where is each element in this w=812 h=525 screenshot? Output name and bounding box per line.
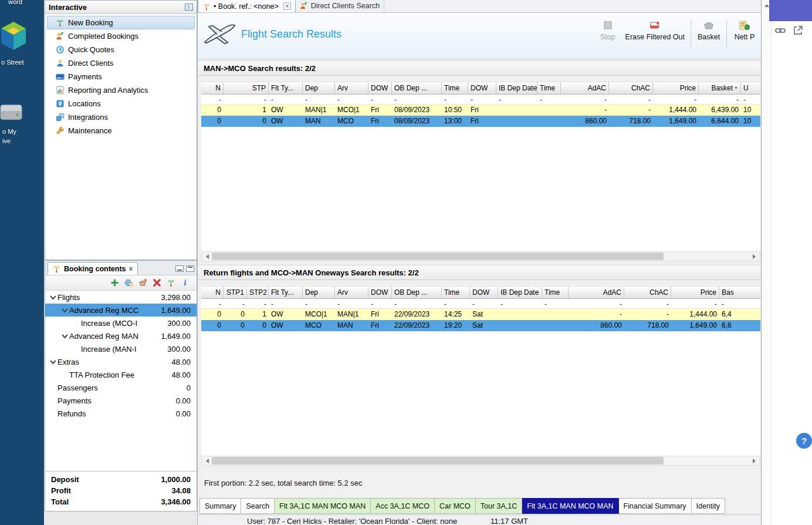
column-header-stp2[interactable]: STP2 [247, 287, 269, 298]
booking-item-tta-protection-fee[interactable]: TTA Protection Fee48.00 [45, 368, 197, 381]
filter-cell[interactable]: - [609, 95, 653, 104]
close-icon[interactable]: × [283, 2, 291, 10]
filter-cell[interactable]: - [442, 299, 470, 308]
nett-p-button[interactable]: Nett P [733, 20, 756, 41]
filter-cell[interactable]: - [201, 95, 224, 104]
booking-item-flights[interactable]: Flights3,298.00 [45, 291, 197, 304]
booking-item-advanced-reg-man[interactable]: Advanced Reg MAN1,649.00 [45, 329, 197, 342]
booking-item-payments[interactable]: Payments0.00 [45, 394, 197, 407]
result-row[interactable]: 000OWMCOMANFri22/09/202319:20Sat860.0071… [201, 320, 760, 331]
column-header-u[interactable]: U [741, 82, 760, 94]
filter-cell[interactable]: - [741, 95, 760, 104]
filter-cell[interactable]: - [392, 299, 442, 308]
result-row[interactable]: 00OWMANMCOFri08/09/202313:00Fri860.00718… [201, 116, 760, 127]
filter-cell[interactable]: - [269, 299, 303, 308]
filter-cell[interactable]: - [468, 95, 496, 104]
sidebar-item-maintenance[interactable]: Maintenance [47, 124, 195, 137]
bottom-tab-acc-3a-1c-mco[interactable]: Acc 3A,1C MCO [371, 498, 435, 514]
column-header-adac[interactable]: AdAC [561, 82, 609, 94]
scroll-right-icon[interactable] [750, 456, 760, 465]
column-header-chac[interactable]: ChAC [624, 287, 671, 298]
close-icon[interactable] [129, 265, 133, 272]
column-header-time[interactable]: Time [537, 82, 561, 94]
column-header-price[interactable]: Price [653, 82, 699, 94]
column-header-dow[interactable]: DOW [468, 82, 496, 94]
column-header-time[interactable]: Time [442, 82, 468, 94]
column-header-time[interactable]: Time [542, 287, 569, 298]
filter-cell[interactable]: - [368, 299, 392, 308]
booking-item-increase-man-i[interactable]: Increase (MAN-I300.00 [45, 342, 197, 355]
booking-item-refunds[interactable]: Refunds0.00 [45, 407, 197, 420]
pin-panel-icon[interactable] [185, 4, 193, 11]
filter-cell[interactable]: - [247, 299, 269, 308]
add-button[interactable] [110, 278, 119, 287]
bottom-tab-car-mco[interactable]: Car MCO [435, 498, 476, 514]
booking-contents-tab[interactable]: Booking contents [48, 262, 138, 275]
help-icon[interactable] [796, 433, 812, 449]
filter-cell[interactable]: - [442, 95, 468, 104]
basket-small-button[interactable] [138, 278, 147, 287]
drive-icon[interactable] [0, 102, 22, 123]
filter-cell[interactable]: - [201, 299, 224, 308]
filter-cell[interactable]: - [569, 299, 624, 308]
filter-cell[interactable]: - [470, 299, 498, 308]
filter-cell[interactable]: - [671, 299, 719, 308]
return-horizontal-scrollbar[interactable] [201, 456, 760, 466]
filter-cell[interactable]: - [699, 95, 741, 104]
sidebar-item-payments[interactable]: Payments [47, 70, 195, 83]
column-header-n[interactable]: N [201, 287, 224, 298]
filter-cell[interactable]: - [496, 95, 537, 104]
sidebar-item-quick-quotes[interactable]: Quick Quotes [47, 43, 195, 56]
filter-cell[interactable]: - [624, 299, 671, 308]
filter-cell[interactable]: - [303, 95, 335, 104]
bottom-tab-flt-3a-1c-man-mco-man[interactable]: Flt 3A,1C MAN MCO MAN [275, 498, 371, 514]
chevron-down-icon[interactable] [60, 306, 69, 315]
chevron-down-icon[interactable] [60, 332, 69, 341]
minimize-panel-icon[interactable] [175, 265, 184, 272]
sidebar-item-integrations[interactable]: Integrations [47, 110, 195, 124]
filter-cell[interactable]: - [303, 299, 335, 308]
scrollbar-thumb[interactable] [212, 457, 664, 465]
sidebar-item-locations[interactable]: Locations [47, 97, 195, 110]
info-button[interactable]: i [181, 278, 190, 287]
outbound-horizontal-scrollbar[interactable] [201, 251, 760, 261]
cube-app-icon[interactable] [0, 19, 27, 53]
bottom-tab-search[interactable]: Search [241, 498, 275, 514]
column-header-dep[interactable]: Dep [303, 82, 335, 94]
column-header-flt-ty[interactable]: Flt Ty... [269, 82, 303, 94]
bottom-tab-summary[interactable]: Summary [199, 498, 241, 514]
column-header-dow[interactable]: DOW [368, 82, 392, 94]
filter-cell[interactable]: - [561, 95, 609, 104]
column-header-ib-dep-date[interactable]: IB Dep Date [496, 82, 537, 94]
result-row[interactable]: 001OWMCO|1MAN|1Fri22/09/202314:25Sat--1,… [201, 309, 760, 320]
bottom-tab-identity[interactable]: Identity [692, 498, 725, 514]
filter-cell[interactable]: - [335, 95, 368, 104]
column-header-basket[interactable]: Basket▼ [699, 82, 741, 94]
column-header-dep[interactable]: Dep [303, 287, 335, 298]
column-header-arv[interactable]: Arv [335, 287, 368, 298]
filter-cell[interactable]: - [224, 299, 247, 308]
column-header-dow[interactable]: DOW [368, 287, 392, 298]
booking-item-passengers[interactable]: Passengers0 [45, 381, 197, 394]
bottom-tab-financial-summary[interactable]: Financial Summary [619, 498, 692, 514]
booking-item-extras[interactable]: Extras48.00 [45, 355, 197, 368]
column-header-ob-dep[interactable]: OB Dep ... [392, 287, 442, 298]
chevron-down-icon[interactable] [49, 358, 57, 366]
column-header-n[interactable]: N [201, 82, 224, 94]
column-header-flt-ty[interactable]: Flt Ty... [269, 287, 303, 298]
grid-filter-row[interactable]: ---------------- [201, 299, 760, 309]
filter-cell[interactable]: - [224, 95, 269, 104]
bottom-tab-flt-3a-1c-man-mco-man[interactable]: Flt 3A,1C MAN MCO MAN [522, 498, 618, 514]
bottom-tab-tour-3a-1c[interactable]: Tour 3A,1C [476, 498, 523, 514]
filter-cell[interactable]: - [653, 95, 699, 104]
chevron-down-icon[interactable] [49, 293, 57, 302]
sidebar-item-direct-clients[interactable]: Direct Clients [47, 56, 195, 70]
background-vertical-scrollbar[interactable] [762, 0, 772, 525]
column-header-bas[interactable]: Bas [719, 287, 760, 298]
column-header-adac[interactable]: AdAC [569, 287, 624, 298]
delete-x-button[interactable] [153, 278, 161, 287]
column-header-dow[interactable]: DOW [470, 287, 498, 298]
link-icon[interactable] [773, 23, 787, 38]
scroll-right-icon[interactable] [750, 252, 760, 261]
filter-cell[interactable]: - [368, 95, 392, 104]
